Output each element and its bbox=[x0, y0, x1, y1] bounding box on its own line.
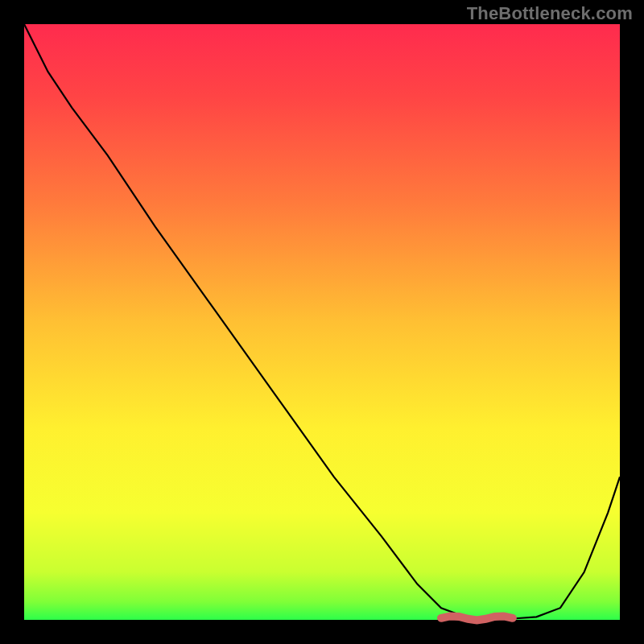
bottleneck-chart bbox=[0, 0, 644, 644]
plot-background bbox=[24, 24, 620, 620]
chart-frame: TheBottleneck.com bbox=[0, 0, 644, 644]
optimal-range-marker bbox=[441, 616, 513, 620]
